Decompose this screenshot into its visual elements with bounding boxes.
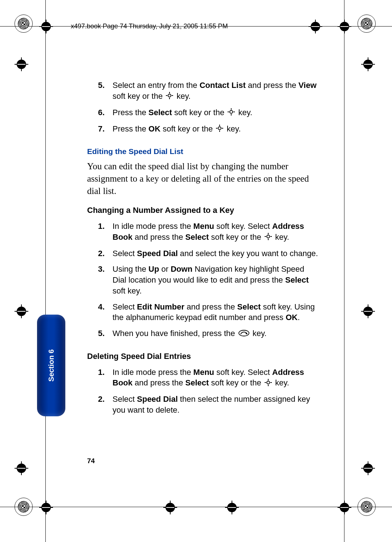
bold-text: Menu bbox=[193, 368, 214, 377]
list-item: 6. Press the Select soft key or the key. bbox=[87, 107, 319, 124]
text: soft key or the bbox=[113, 92, 165, 101]
crop-line bbox=[344, 0, 344, 542]
crop-mark-icon bbox=[15, 304, 28, 318]
registration-mark-icon bbox=[358, 498, 376, 516]
registration-mark-icon bbox=[15, 15, 33, 33]
svg-point-2 bbox=[218, 127, 221, 130]
text: and press the bbox=[132, 378, 185, 387]
bold-text: Speed Dial bbox=[137, 395, 177, 404]
crop-mark-icon bbox=[15, 461, 28, 475]
bold-text: Select bbox=[185, 232, 209, 242]
crop-line bbox=[0, 507, 392, 507]
page-number: 74 bbox=[87, 457, 95, 465]
bold-text: Contact List bbox=[200, 81, 246, 90]
nav-key-icon bbox=[265, 378, 272, 389]
bold-text: Up bbox=[148, 264, 159, 274]
step-number: 2. bbox=[98, 248, 105, 259]
svg-point-5 bbox=[245, 333, 247, 334]
svg-point-4 bbox=[239, 330, 249, 336]
svg-point-6 bbox=[267, 381, 270, 384]
page-content: 5. Select an entry from the Contact List… bbox=[87, 80, 319, 427]
crop-mark-icon bbox=[39, 501, 53, 514]
list-item: 2. Select Speed Dial then select the num… bbox=[87, 394, 319, 420]
text: soft key or the bbox=[172, 108, 226, 117]
text: soft key. Select bbox=[214, 368, 272, 377]
list-item: 1. In idle mode press the Menu soft key.… bbox=[87, 221, 319, 248]
text: and press the bbox=[132, 232, 185, 242]
bold-text: Select bbox=[237, 302, 261, 311]
end-key-icon bbox=[238, 328, 249, 339]
crop-mark-icon bbox=[163, 501, 177, 514]
text: Select bbox=[113, 395, 137, 404]
step-number: 7. bbox=[98, 124, 105, 134]
nav-key-icon bbox=[228, 108, 235, 118]
text: Select bbox=[113, 302, 137, 311]
step-number: 1. bbox=[98, 221, 105, 232]
text: Using the bbox=[113, 264, 148, 274]
text: Press the bbox=[113, 124, 148, 133]
text: Select bbox=[113, 249, 137, 258]
bold-text: Edit Number bbox=[137, 302, 184, 311]
step-list-change: 1. In idle mode press the Menu soft key.… bbox=[87, 221, 319, 344]
bold-text: OK bbox=[286, 313, 298, 322]
text: key. bbox=[236, 108, 252, 117]
svg-point-3 bbox=[267, 235, 270, 238]
bold-text: View bbox=[298, 81, 317, 90]
step-number: 5. bbox=[98, 80, 105, 91]
crop-mark-icon bbox=[361, 461, 375, 475]
text: and press the bbox=[184, 302, 237, 311]
step-number: 2. bbox=[98, 394, 105, 405]
list-item: 5. When you have finished, press the key… bbox=[87, 328, 319, 344]
text: and press the bbox=[246, 81, 299, 90]
list-item: 2. Select Speed Dial and select the key … bbox=[87, 248, 319, 264]
list-item: 7. Press the OK soft key or the key. bbox=[87, 124, 319, 140]
registration-mark-icon bbox=[15, 498, 33, 516]
text: and select the key you want to change. bbox=[178, 249, 318, 258]
nav-key-icon bbox=[216, 124, 223, 135]
text: soft key or the bbox=[209, 378, 263, 387]
bold-text: OK bbox=[148, 124, 160, 133]
svg-point-1 bbox=[230, 110, 233, 113]
step-number: 3. bbox=[98, 264, 105, 275]
text: soft key or the bbox=[160, 124, 215, 133]
crop-mark-icon bbox=[361, 57, 375, 71]
svg-point-0 bbox=[168, 94, 171, 97]
step-number: 6. bbox=[98, 107, 105, 118]
crop-line bbox=[45, 0, 46, 542]
step-number: 4. bbox=[98, 302, 105, 312]
sub-heading: Deleting Speed Dial Entries bbox=[87, 351, 319, 362]
text: or bbox=[159, 264, 171, 274]
crop-mark-icon bbox=[39, 20, 53, 33]
nav-key-icon bbox=[166, 91, 173, 102]
step-number: 1. bbox=[98, 367, 105, 378]
step-list-top: 5. Select an entry from the Contact List… bbox=[87, 80, 319, 140]
list-item: 5. Select an entry from the Contact List… bbox=[87, 80, 319, 107]
text: In idle mode press the bbox=[113, 222, 193, 231]
text: In idle mode press the bbox=[113, 368, 193, 377]
text: soft key. bbox=[113, 286, 142, 295]
intro-paragraph: You can edit the speed dial list by chan… bbox=[87, 160, 319, 197]
step-list-delete: 1. In idle mode press the Menu soft key.… bbox=[87, 367, 319, 421]
nav-key-icon bbox=[265, 232, 272, 243]
crop-mark-icon bbox=[338, 501, 351, 514]
section-tab: Section 6 bbox=[37, 315, 65, 416]
crop-mark-icon bbox=[361, 304, 375, 318]
page: x497.book Page 74 Thursday, July 21, 200… bbox=[0, 0, 392, 542]
sub-heading: Changing a Number Assigned to a Key bbox=[87, 205, 319, 216]
crop-mark-icon bbox=[225, 501, 239, 514]
crop-mark-icon bbox=[15, 57, 28, 71]
text: key. bbox=[174, 92, 191, 101]
running-header: x497.book Page 74 Thursday, July 21, 200… bbox=[71, 23, 228, 30]
crop-mark-icon bbox=[309, 20, 322, 33]
list-item: 1. In idle mode press the Menu soft key.… bbox=[87, 367, 319, 394]
bold-text: Select bbox=[285, 275, 309, 284]
section-heading-blue: Editing the Speed Dial List bbox=[87, 146, 319, 157]
text: . bbox=[298, 313, 300, 322]
bold-text: Down bbox=[171, 264, 192, 274]
text: Select an entry from the bbox=[113, 81, 200, 90]
text: key. bbox=[273, 378, 289, 387]
text: When you have finished, press the bbox=[113, 329, 237, 338]
step-number: 5. bbox=[98, 328, 105, 339]
text: soft key or the bbox=[209, 232, 263, 242]
registration-mark-icon bbox=[358, 15, 376, 33]
